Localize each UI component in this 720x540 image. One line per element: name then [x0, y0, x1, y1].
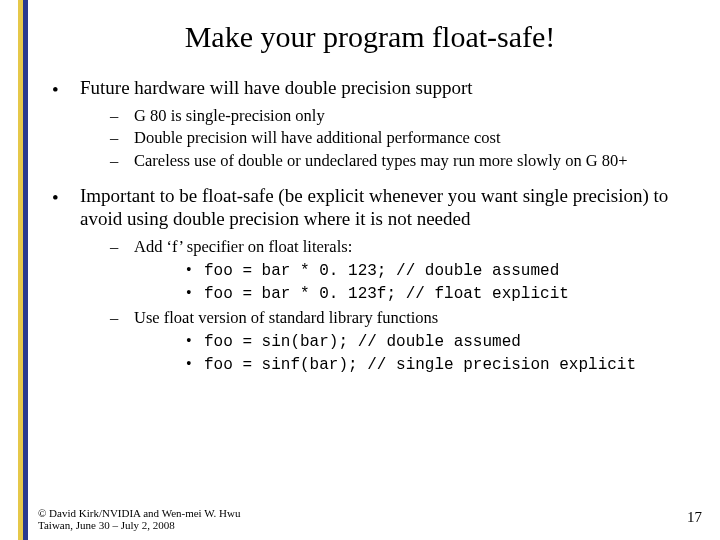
bullet-dot-icon: • — [186, 283, 192, 304]
accent-stripe — [18, 0, 28, 540]
slide: Make your program float-safe! • Future h… — [0, 0, 720, 540]
sub-list: – G 80 is single-precision only – Double… — [80, 106, 702, 172]
accent-blue — [23, 0, 28, 540]
dash-icon: – — [110, 308, 118, 329]
dash-icon: – — [110, 237, 118, 258]
code-item: • foo = bar * 0. 123f; // float explicit — [134, 283, 702, 305]
sub-item: – Add ‘f’ specifier on float literals: •… — [80, 237, 702, 304]
bullet-dot-icon: • — [52, 78, 59, 102]
code-item: • foo = sinf(bar); // single precision e… — [134, 354, 702, 376]
code-item: • foo = sin(bar); // double assumed — [134, 331, 702, 353]
slide-title: Make your program float-safe! — [38, 20, 702, 54]
code-item: • foo = bar * 0. 123; // double assumed — [134, 260, 702, 282]
sub-item: – Use float version of standard library … — [80, 308, 702, 375]
bullet-item: • Future hardware will have double preci… — [38, 76, 702, 172]
footer-line-1: © David Kirk/NVIDIA and Wen-mei W. Hwu — [38, 507, 241, 520]
code-text: foo = bar * 0. 123; // double assumed — [204, 262, 559, 280]
sub-text: Use float version of standard library fu… — [134, 308, 438, 327]
slide-content: Make your program float-safe! • Future h… — [38, 14, 702, 530]
dash-icon: – — [110, 106, 118, 127]
bullet-text: Future hardware will have double precisi… — [80, 77, 473, 98]
sub-text: G 80 is single-precision only — [134, 106, 325, 125]
bullet-dot-icon: • — [186, 354, 192, 375]
subsub-list: • foo = sin(bar); // double assumed • fo… — [134, 331, 702, 376]
footer-copyright: © David Kirk/NVIDIA and Wen-mei W. Hwu T… — [38, 507, 241, 532]
bullet-dot-icon: • — [186, 331, 192, 352]
dash-icon: – — [110, 128, 118, 149]
subsub-list: • foo = bar * 0. 123; // double assumed … — [134, 260, 702, 305]
sub-item: – Double precision will have additional … — [80, 128, 702, 149]
bullet-list: • Future hardware will have double preci… — [38, 76, 702, 376]
sub-item: – G 80 is single-precision only — [80, 106, 702, 127]
code-text: foo = sinf(bar); // single precision exp… — [204, 356, 636, 374]
sub-item: – Careless use of double or undeclared t… — [80, 151, 702, 172]
dash-icon: – — [110, 151, 118, 172]
code-text: foo = sin(bar); // double assumed — [204, 333, 521, 351]
sub-text: Careless use of double or undeclared typ… — [134, 151, 628, 170]
bullet-item: • Important to be float-safe (be explici… — [38, 184, 702, 376]
page-number: 17 — [687, 509, 702, 526]
code-text: foo = bar * 0. 123f; // float explicit — [204, 285, 569, 303]
footer-line-2: Taiwan, June 30 – July 2, 2008 — [38, 519, 241, 532]
bullet-dot-icon: • — [186, 260, 192, 281]
bullet-dot-icon: • — [52, 186, 59, 210]
sub-list: – Add ‘f’ specifier on float literals: •… — [80, 237, 702, 375]
sub-text: Double precision will have additional pe… — [134, 128, 501, 147]
sub-text: Add ‘f’ specifier on float literals: — [134, 237, 352, 256]
bullet-text: Important to be float-safe (be explicit … — [80, 185, 668, 230]
